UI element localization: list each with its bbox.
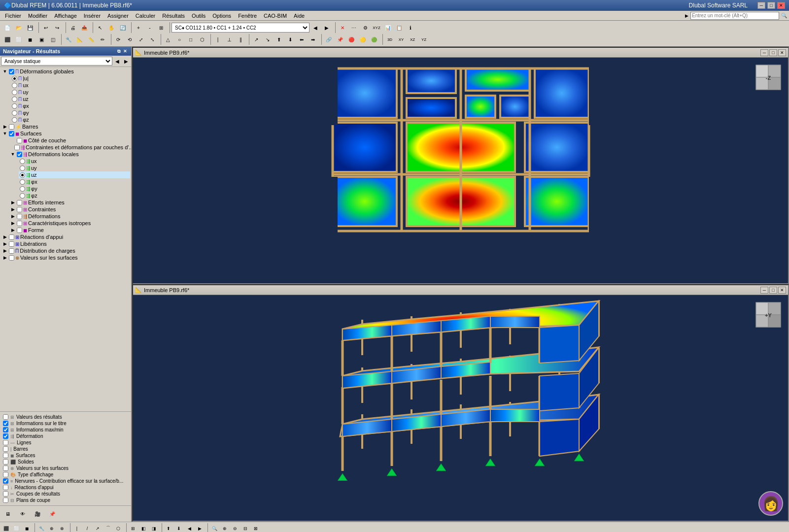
toggle-surfaces[interactable]: ▼ (2, 131, 8, 136)
disp-deformation[interactable]: ⇶ Déformation (2, 433, 129, 439)
tb2-16[interactable]: □ (185, 34, 196, 45)
filter-btn[interactable]: ⋯ (348, 22, 359, 33)
tree-item-reactions[interactable]: ▶ ⊞ Réactions d'appui (1, 233, 130, 240)
radio-loc-ux[interactable] (20, 159, 25, 164)
tb2-8[interactable]: 📏 (86, 34, 97, 45)
check-type-affichage[interactable] (3, 472, 8, 477)
tree-item-uy[interactable]: Π uy (11, 89, 130, 96)
tb2-14[interactable]: △ (163, 34, 173, 45)
radio-phix[interactable] (12, 103, 17, 109)
menu-modifier[interactable]: Modifier (25, 12, 50, 20)
tb2-29[interactable]: 🔴 (346, 34, 357, 45)
tree-item-loc-phiy[interactable]: ⇶ φy (19, 185, 130, 192)
check-reactions-appui[interactable] (3, 485, 8, 490)
check-contraintes[interactable] (17, 207, 22, 212)
vp2-close[interactable]: ✕ (778, 287, 786, 294)
search-icon[interactable]: 🔍 (781, 13, 787, 18)
toggle-barres[interactable]: ▶ (2, 124, 8, 130)
load-combo[interactable]: SC♦ CO112 1.80 • CC1 + 1.24 • CC2 (172, 23, 309, 33)
rotate-btn[interactable]: 🔄 (117, 22, 128, 33)
toggle-valeurs-surf[interactable]: ▶ (2, 255, 8, 261)
menu-fichier[interactable]: Fichier (2, 12, 24, 20)
tb2-12[interactable]: ⤢ (136, 34, 146, 45)
print-btn[interactable]: 🖨 (68, 22, 78, 33)
tree-item-caract-iso[interactable]: ▶ ⊞ Caractéristiques isotropes (9, 220, 130, 227)
bt-23[interactable]: ⊠ (251, 524, 261, 532)
toggle-caract-iso[interactable]: ▶ (10, 220, 16, 226)
check-cote-couche[interactable] (17, 138, 22, 143)
tb2-15[interactable]: ○ (174, 34, 185, 45)
tb2-28[interactable]: 📌 (335, 34, 345, 45)
select-btn[interactable]: ↖ (95, 22, 105, 33)
check-info-max[interactable] (3, 427, 8, 432)
toggle-deformations-globales[interactable]: ▼ (2, 68, 8, 74)
config-btn[interactable]: ⚙ (360, 22, 371, 33)
menu-affichage[interactable]: Affichage (51, 12, 80, 20)
nav-icon-4[interactable]: 📌 (46, 508, 58, 520)
bt-22[interactable]: ⊟ (240, 524, 250, 532)
toggle-contraintes[interactable]: ▶ (10, 206, 16, 212)
view-3d[interactable]: 3D (384, 34, 395, 45)
tb2-10[interactable]: ⟳ (113, 34, 124, 45)
radio-uy[interactable] (12, 90, 17, 95)
check-disp-valeurs[interactable] (3, 414, 8, 420)
tb2-22[interactable]: ↘ (262, 34, 273, 45)
check-barres-disp[interactable] (3, 446, 8, 452)
check-plans-coupe[interactable] (3, 498, 8, 503)
view-xy[interactable]: XY (396, 34, 407, 45)
check-liberations[interactable] (9, 241, 14, 247)
check-deformation[interactable] (3, 433, 8, 439)
tree-item-uz[interactable]: Π uz (11, 96, 130, 102)
tree-item-barres[interactable]: ▶ ⚡ Barres (1, 123, 130, 130)
tb2-6[interactable]: 🔧 (63, 34, 74, 45)
tree-item-ux[interactable]: Π ux (11, 82, 130, 89)
tree-item-liberations[interactable]: ▶ ⊞ Libérations (1, 240, 130, 247)
check-efforts[interactable] (17, 200, 22, 205)
tb2-11[interactable]: ⟲ (124, 34, 135, 45)
nav-close-btn[interactable]: ✕ (122, 49, 128, 54)
bt-3[interactable]: ◼ (22, 524, 32, 532)
disp-surfaces-disp[interactable]: ◼ Surfaces (2, 452, 129, 459)
search-input[interactable] (690, 12, 779, 20)
tb2-24[interactable]: ⬇ (285, 34, 296, 45)
tree-item-cote-couche[interactable]: ▶ ◼ Côté de couche (9, 137, 130, 144)
tb2-3[interactable]: ◼ (25, 34, 35, 45)
disp-valeurs-surf[interactable]: ⊗ Valeurs sur les surfaces (2, 465, 129, 471)
check-surfaces-disp[interactable] (3, 453, 8, 458)
tb2-26[interactable]: ➡ (308, 34, 318, 45)
vp2-maximize[interactable]: □ (769, 287, 777, 294)
tree-item-contraintes[interactable]: ▶ ⊞ Contraintes (9, 206, 130, 213)
bt-13[interactable]: ◧ (138, 524, 148, 532)
tree-item-phix[interactable]: Π φx (11, 102, 130, 109)
bt-11[interactable]: ⬡ (113, 524, 123, 532)
zoom-fit[interactable]: ⊞ (156, 22, 167, 33)
zoom-out[interactable]: - (144, 22, 155, 33)
tree-item-phiy[interactable]: Π φy (11, 109, 130, 116)
disp-coupes[interactable]: ✂ Coupes de résultats (2, 491, 129, 497)
delete-btn[interactable]: ✕ (337, 22, 348, 33)
tb2-9[interactable]: ✏ (97, 34, 108, 45)
tb2-4[interactable]: ▣ (36, 34, 47, 45)
menu-aide[interactable]: Aide (291, 12, 308, 20)
tree-item-distribution[interactable]: ▶ Π Distribution de charges (1, 247, 130, 254)
check-deform-locales[interactable] (17, 152, 22, 157)
tb2-23[interactable]: ⬆ (274, 34, 284, 45)
check-contraintes-deform[interactable] (14, 145, 20, 150)
disp-solides[interactable]: ⬛ Solides (2, 459, 129, 465)
nav-float-btn[interactable]: ⧉ (116, 49, 121, 54)
vp1-maximize[interactable]: □ (769, 49, 777, 56)
tree-item-valeurs-surf[interactable]: ▶ ⊗ Valeurs sur les surfaces (1, 254, 130, 261)
bt-7[interactable]: | (72, 524, 82, 532)
radio-uz[interactable] (12, 97, 17, 102)
vp1-minimize[interactable]: ─ (760, 49, 768, 56)
nav-prev[interactable]: ◀ (113, 57, 121, 65)
tree-item-loc-uz[interactable]: ⇶ uz (19, 171, 130, 178)
graph-btn[interactable]: 📊 (382, 22, 393, 33)
bt-19[interactable]: 🔍 (209, 524, 219, 532)
toggle-forme[interactable]: ▶ (10, 227, 16, 233)
check-valeurs-surf[interactable] (9, 255, 14, 261)
tb2-20[interactable]: ∥ (235, 34, 246, 45)
check-forme[interactable] (17, 228, 22, 233)
check-reactions[interactable] (9, 234, 14, 240)
disp-lignes[interactable]: — Lignes (2, 439, 129, 446)
